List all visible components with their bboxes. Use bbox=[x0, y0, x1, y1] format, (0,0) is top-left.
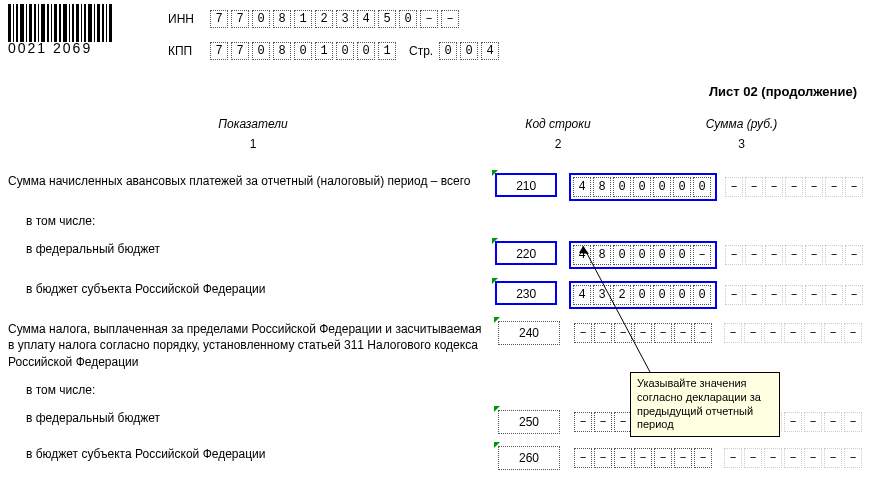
col-header-sum: Сумма (руб.) bbox=[618, 117, 865, 131]
trailing-dash: – bbox=[845, 285, 863, 305]
row-260-label: в бюджет субъекта Российской Федерации bbox=[8, 446, 498, 462]
row-260-trailing: ––––––– bbox=[724, 448, 864, 468]
value-cell: – bbox=[614, 448, 632, 468]
cell: 1 bbox=[378, 42, 396, 60]
value-cell: – bbox=[574, 448, 592, 468]
svg-rect-22 bbox=[102, 4, 104, 42]
trailing-dash: – bbox=[765, 245, 783, 265]
value-cell: – bbox=[694, 448, 712, 468]
callout-tooltip: Указывайте значения согласно декларации … bbox=[630, 372, 780, 437]
value-cell: 0 bbox=[613, 177, 631, 197]
value-cell: 4 bbox=[573, 177, 591, 197]
row-240-trailing: ––––––– bbox=[724, 323, 864, 343]
svg-rect-18 bbox=[84, 4, 86, 42]
cell: – bbox=[420, 10, 438, 28]
value-cell: 8 bbox=[593, 245, 611, 265]
value-cell: 3 bbox=[593, 285, 611, 305]
row-230-trailing: ––––––– bbox=[725, 285, 865, 305]
inn-label: ИНН bbox=[168, 12, 210, 26]
cell: 8 bbox=[273, 10, 291, 28]
svg-rect-24 bbox=[109, 4, 112, 42]
cell: 5 bbox=[378, 10, 396, 28]
trailing-dash: – bbox=[805, 245, 823, 265]
value-cell: – bbox=[594, 323, 612, 343]
row-230-value-cells: 4320000 bbox=[569, 281, 717, 309]
including-label-2: в том числе: bbox=[8, 382, 498, 398]
trailing-dash: – bbox=[825, 285, 843, 305]
value-cell: 0 bbox=[653, 177, 671, 197]
trailing-dash: – bbox=[805, 285, 823, 305]
trailing-dash: – bbox=[744, 323, 762, 343]
inn-line: ИНН 7708123450–– bbox=[168, 10, 502, 28]
cell: 0 bbox=[252, 42, 270, 60]
value-cell: 8 bbox=[593, 177, 611, 197]
trailing-dash: – bbox=[765, 177, 783, 197]
svg-rect-0 bbox=[8, 4, 11, 42]
barcode-block: 0021 2069 bbox=[8, 4, 168, 56]
row-210-trailing: ––––––– bbox=[725, 177, 865, 197]
row-210: Сумма начисленных авансовых платежей за … bbox=[8, 173, 865, 201]
row-250-code-text: 250 bbox=[519, 415, 539, 429]
cell: 7 bbox=[210, 10, 228, 28]
row-250-label: в федеральный бюджет bbox=[8, 410, 498, 426]
barcode-icon bbox=[8, 4, 118, 42]
row-220-label: в федеральный бюджет bbox=[8, 241, 495, 257]
trailing-dash: – bbox=[724, 323, 742, 343]
value-cell: 0 bbox=[673, 177, 691, 197]
cell: 7 bbox=[231, 10, 249, 28]
value-cell: 0 bbox=[693, 177, 711, 197]
svg-rect-21 bbox=[97, 4, 100, 42]
svg-rect-1 bbox=[13, 4, 14, 42]
row-220-code-text: 220 bbox=[516, 247, 536, 261]
trailing-dash: – bbox=[725, 285, 743, 305]
trailing-dash: – bbox=[844, 448, 862, 468]
value-cell: 2 bbox=[613, 285, 631, 305]
trailing-dash: – bbox=[784, 412, 802, 432]
value-cell: 0 bbox=[653, 245, 671, 265]
row-220-trailing: ––––––– bbox=[725, 245, 865, 265]
row-230-label: в бюджет субъекта Российской Федерации bbox=[8, 281, 495, 297]
row-250-code: 250 bbox=[498, 410, 560, 434]
kpp-cells: 770801001 bbox=[210, 42, 399, 60]
trailing-dash: – bbox=[804, 323, 822, 343]
cell: 4 bbox=[357, 10, 375, 28]
trailing-dash: – bbox=[824, 323, 842, 343]
kpp-label: КПП bbox=[168, 44, 210, 58]
value-cell: – bbox=[634, 323, 652, 343]
cell: 2 bbox=[315, 10, 333, 28]
trailing-dash: – bbox=[765, 285, 783, 305]
value-cell: 4 bbox=[573, 285, 591, 305]
row-220: в федеральный бюджет 220 480000– ––––––– bbox=[8, 241, 865, 269]
svg-rect-9 bbox=[47, 4, 49, 42]
trailing-dash: – bbox=[784, 448, 802, 468]
cell: 0 bbox=[460, 42, 478, 60]
cell: 0 bbox=[252, 10, 270, 28]
row-260-code: 260 bbox=[498, 446, 560, 470]
svg-rect-16 bbox=[76, 4, 79, 42]
trailing-dash: – bbox=[825, 177, 843, 197]
col-num-1: 1 bbox=[8, 137, 498, 151]
row-including-1: в том числе: bbox=[8, 213, 865, 229]
trailing-dash: – bbox=[825, 245, 843, 265]
columns-numbers: 1 2 3 bbox=[8, 137, 865, 151]
trailing-dash: – bbox=[745, 177, 763, 197]
row-220-value: 480000– ––––––– bbox=[569, 241, 865, 269]
page-cells: 004 bbox=[439, 42, 502, 60]
svg-rect-5 bbox=[29, 4, 32, 42]
row-240-code: 240 bbox=[498, 321, 560, 345]
trailing-dash: – bbox=[784, 323, 802, 343]
value-cell: 0 bbox=[653, 285, 671, 305]
row-240-code-text: 240 bbox=[519, 326, 539, 340]
cell: 0 bbox=[336, 42, 354, 60]
cell: 0 bbox=[294, 42, 312, 60]
inn-cells: 7708123450–– bbox=[210, 10, 462, 28]
cell: 8 bbox=[273, 42, 291, 60]
trailing-dash: – bbox=[785, 177, 803, 197]
svg-rect-14 bbox=[69, 4, 70, 42]
value-cell: – bbox=[634, 448, 652, 468]
green-mark-icon bbox=[492, 278, 498, 284]
page-label: Стр. bbox=[409, 44, 433, 58]
value-cell: – bbox=[693, 245, 711, 265]
value-cell: 0 bbox=[673, 245, 691, 265]
value-cell: – bbox=[674, 323, 692, 343]
